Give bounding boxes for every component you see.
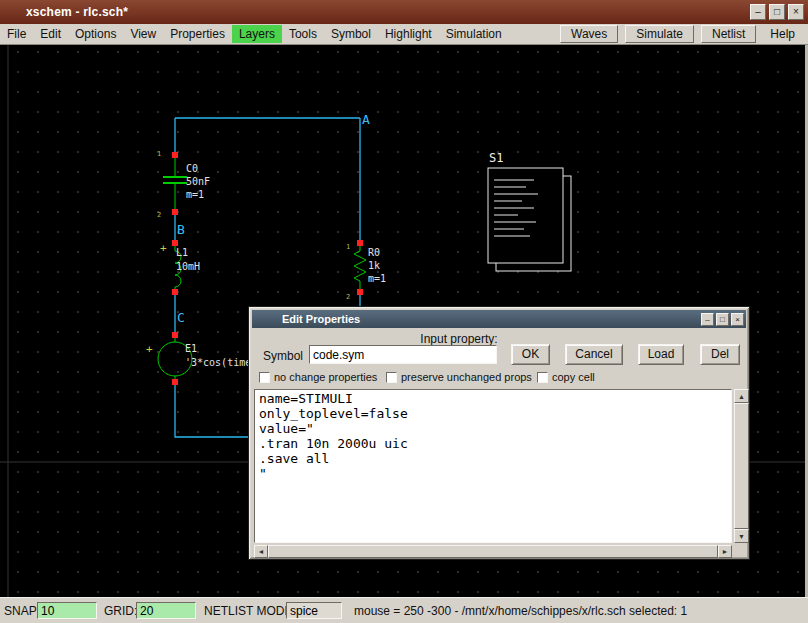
resistor-name: R0 bbox=[368, 247, 380, 258]
resistor-value: 1k bbox=[368, 260, 380, 271]
menu-properties[interactable]: Properties bbox=[163, 25, 232, 43]
horizontal-scrollbar[interactable]: ◄ ► bbox=[254, 545, 732, 558]
capacitor-name: C0 bbox=[186, 163, 198, 174]
dialog-titlebar[interactable]: Edit Properties – □ × bbox=[252, 310, 746, 328]
resistor-mult: m=1 bbox=[368, 273, 386, 284]
node-b-text: B bbox=[177, 222, 185, 237]
scroll-down-icon[interactable]: ▼ bbox=[734, 529, 749, 543]
dialog-minimize-icon[interactable]: – bbox=[701, 313, 714, 326]
menu-view[interactable]: View bbox=[123, 25, 163, 43]
dialog-title: Edit Properties bbox=[282, 313, 360, 325]
minimize-icon[interactable]: – bbox=[750, 4, 766, 20]
menu-layers[interactable]: Layers bbox=[232, 25, 282, 43]
resistor-pin1-number: 1 bbox=[346, 243, 350, 251]
load-button[interactable]: Load bbox=[638, 344, 684, 365]
menu-simulation[interactable]: Simulation bbox=[439, 25, 509, 43]
statusbar: SNAP: GRID: NETLIST MODE: mouse = 250 -3… bbox=[0, 597, 808, 623]
grid-input[interactable] bbox=[136, 602, 196, 619]
node-label-a[interactable]: A bbox=[362, 112, 370, 127]
node-label-b[interactable]: B bbox=[177, 222, 185, 237]
menu-help[interactable]: Help bbox=[763, 25, 802, 43]
titlebar[interactable]: xschem - rlc.sch* – □ × bbox=[0, 0, 808, 24]
snap-label: SNAP: bbox=[4, 604, 40, 618]
edit-properties-dialog: Edit Properties – □ × Input property: Sy… bbox=[248, 306, 750, 560]
netlist-mode-input[interactable] bbox=[286, 602, 342, 619]
capacitor-pin2-number: 2 bbox=[157, 211, 161, 219]
copy-cell-label: copy cell bbox=[552, 371, 595, 383]
capacitor-value: 50nF bbox=[186, 176, 210, 187]
window-controls: – □ × bbox=[750, 4, 804, 20]
source-name: E1 bbox=[185, 343, 197, 354]
capacitor-pin1-number: 1 bbox=[157, 150, 161, 158]
waves-button[interactable]: Waves bbox=[560, 25, 618, 43]
snap-input[interactable] bbox=[37, 602, 97, 619]
menubar: File Edit Options View Properties Layers… bbox=[0, 24, 808, 45]
dialog-maximize-icon[interactable]: □ bbox=[716, 313, 729, 326]
maximize-icon[interactable]: □ bbox=[769, 4, 785, 20]
vertical-scroll-thumb[interactable] bbox=[734, 403, 749, 529]
menubar-right-group: Waves Simulate Netlist Help bbox=[560, 25, 802, 43]
node-label-c[interactable]: C bbox=[177, 310, 185, 325]
symbol-label: Symbol bbox=[263, 349, 303, 363]
menu-options[interactable]: Options bbox=[68, 25, 123, 43]
simulate-button[interactable]: Simulate bbox=[625, 25, 694, 43]
vertical-scrollbar[interactable]: ▲ ▼ bbox=[734, 389, 749, 543]
inductor-value: 10mH bbox=[176, 261, 200, 272]
resistor-pin2-number: 2 bbox=[346, 293, 350, 301]
no-change-properties-option: no change properties bbox=[259, 371, 377, 383]
del-button[interactable]: Del bbox=[700, 344, 740, 365]
xschem-window: xschem - rlc.sch* – □ × File Edit Option… bbox=[0, 0, 808, 623]
netlist-mode-label: NETLIST MODE: bbox=[204, 604, 296, 618]
resistor-r0[interactable]: 1 2 R0 1k m=1 bbox=[346, 243, 386, 301]
ok-button[interactable]: OK bbox=[511, 344, 550, 365]
scroll-up-icon[interactable]: ▲ bbox=[734, 389, 749, 403]
close-icon[interactable]: × bbox=[788, 4, 804, 20]
resistor-symbol bbox=[354, 243, 366, 292]
inductor-l1[interactable]: + L1 10mH bbox=[160, 242, 200, 292]
netlist-button[interactable]: Netlist bbox=[701, 25, 756, 43]
no-change-properties-checkbox[interactable] bbox=[259, 372, 270, 383]
node-a-text: A bbox=[362, 112, 370, 127]
capacitor-mult: m=1 bbox=[186, 189, 204, 200]
symbol-input[interactable] bbox=[309, 345, 497, 364]
cancel-button[interactable]: Cancel bbox=[565, 344, 623, 365]
inductor-name: L1 bbox=[176, 247, 188, 258]
node-c-text: C bbox=[177, 310, 185, 325]
preserve-unchanged-props-checkbox[interactable] bbox=[386, 372, 397, 383]
scroll-right-icon[interactable]: ► bbox=[718, 545, 732, 558]
code-block-symbol bbox=[488, 168, 571, 271]
dialog-controls: – □ × bbox=[701, 313, 744, 326]
code-block-s1[interactable]: S1 bbox=[488, 151, 571, 271]
grid-label: GRID: bbox=[104, 604, 137, 618]
preserve-unchanged-props-option: preserve unchanged props bbox=[386, 371, 532, 383]
dialog-close-icon[interactable]: × bbox=[731, 313, 744, 326]
property-textarea[interactable]: name=STIMULI only_toplevel=false value="… bbox=[254, 389, 732, 543]
source-polarity: + bbox=[146, 343, 153, 356]
menu-file[interactable]: File bbox=[0, 25, 33, 43]
window-title: xschem - rlc.sch* bbox=[26, 5, 128, 19]
capacitor-symbol bbox=[163, 155, 187, 212]
capacitor-c0[interactable]: 1 2 C0 50nF m=1 bbox=[157, 150, 210, 219]
menu-tools[interactable]: Tools bbox=[282, 25, 324, 43]
preserve-unchanged-props-label: preserve unchanged props bbox=[401, 371, 532, 383]
menu-symbol[interactable]: Symbol bbox=[324, 25, 378, 43]
scroll-left-icon[interactable]: ◄ bbox=[254, 545, 268, 558]
copy-cell-option: copy cell bbox=[537, 371, 595, 383]
no-change-properties-label: no change properties bbox=[274, 371, 377, 383]
horizontal-scroll-thumb[interactable] bbox=[268, 545, 718, 558]
code-block-name: S1 bbox=[489, 151, 503, 165]
statusbar-info: mouse = 250 -300 - /mnt/x/home/schippes/… bbox=[354, 604, 687, 618]
menu-edit[interactable]: Edit bbox=[33, 25, 68, 43]
inductor-polarity: + bbox=[160, 242, 167, 255]
copy-cell-checkbox[interactable] bbox=[537, 372, 548, 383]
menu-highlight[interactable]: Highlight bbox=[378, 25, 439, 43]
